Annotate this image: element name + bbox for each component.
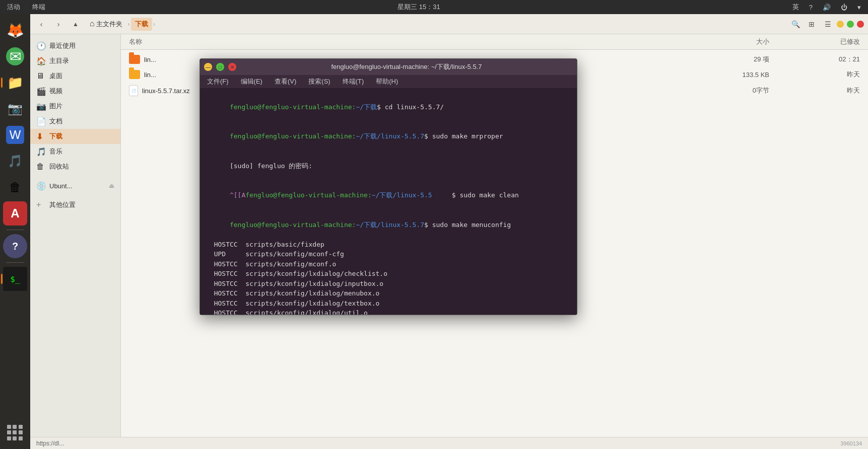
terminal-line: [sudo] fengluo 的密码:: [206, 151, 571, 181]
menu-search[interactable]: 搜索(S): [305, 76, 333, 87]
more-options-icon[interactable]: ▾: [854, 3, 864, 12]
home-icon: 🏠: [36, 56, 45, 65]
sidebar-item-home[interactable]: 🏠 主目录: [30, 53, 120, 68]
dock-item-files[interactable]: 📁: [3, 70, 27, 95]
sidebar-item-ubuntu[interactable]: 💿 Ubunt... ⏏: [30, 178, 120, 193]
sidebar-item-music[interactable]: 🎵 音乐: [30, 144, 120, 159]
dock-item-firefox[interactable]: 🦊: [3, 18, 27, 42]
eject-icon[interactable]: ⏏: [109, 182, 114, 189]
column-header-size[interactable]: 大小: [719, 37, 779, 46]
language-indicator[interactable]: 英: [789, 2, 802, 13]
documents-icon: 📄: [36, 117, 45, 126]
terminal-window: — □ ✕ fengluo@fengluo-virtual-machine: ~…: [199, 58, 577, 315]
terminal-cmd: $ sudo make mrproper: [424, 132, 503, 140]
power-icon[interactable]: ⏻: [838, 3, 850, 12]
dock-separator-2: [6, 262, 24, 263]
terminal-prompt: fengluo@fengluo-virtual-machine:: [230, 103, 356, 111]
terminal-minimize-button[interactable]: —: [204, 63, 212, 71]
terminal-line: ^[[Afengluo@fengluo-virtual-machine:~/下载…: [206, 181, 571, 210]
terminal-path: ~/下载: [356, 103, 377, 111]
back-button[interactable]: ‹: [34, 17, 48, 31]
terminal-path: ~/下载/linux-5.5.7: [356, 132, 424, 140]
dock-item-camera[interactable]: 📷: [3, 97, 27, 121]
terminal-line: HOSTCC scripts/kconfig/lxdialog/menubox.…: [206, 288, 571, 298]
top-panel: 活动 终端 星期三 15：31 英 ? 🔊 ⏻ ▾: [0, 0, 868, 14]
view-grid-button[interactable]: ⊞: [805, 17, 819, 31]
file-modified: 昨天: [779, 70, 860, 79]
status-bar: https://dl... 3960134: [30, 437, 868, 449]
video-icon: 🎬: [36, 87, 45, 96]
terminal-line: HOSTCC scripts/kconfig/mconf.o: [206, 259, 571, 269]
top-panel-right: 英 ? 🔊 ⏻ ▾: [789, 2, 864, 13]
terminal-line: HOSTCC scripts/kconfig/lxdialog/util.o: [206, 308, 571, 315]
sidebar-item-desktop[interactable]: 🖥 桌面: [30, 68, 120, 84]
accessibility-icon[interactable]: ?: [806, 3, 816, 12]
up-button[interactable]: ▲: [69, 17, 83, 31]
dock: 🦊 ✉ 📁 📷 W 🎵 🗑 A ? $_: [0, 14, 30, 449]
sidebar-item-other[interactable]: + 其他位置: [30, 197, 120, 212]
terminal-line: fengluo@fengluo-virtual-machine:~/下载/lin…: [206, 122, 571, 152]
terminal-menubar: 文件(F) 编辑(E) 查看(V) 搜索(S) 终端(T) 帮助(H): [200, 75, 577, 88]
file-size: 29 项: [719, 55, 779, 64]
window-controls: [837, 21, 864, 28]
breadcrumb: ⌂ 主文件夹 › 下载 ›: [86, 17, 155, 31]
dock-item-help[interactable]: ?: [3, 234, 27, 258]
menu-button[interactable]: ☰: [821, 17, 835, 31]
forward-button[interactable]: ›: [51, 17, 65, 31]
terminal-line: fengluo@fengluo-virtual-machine:~/下载/lin…: [206, 210, 571, 240]
dock-apps-button[interactable]: [3, 421, 27, 445]
sidebar-item-documents[interactable]: 📄 文档: [30, 114, 120, 129]
sidebar-label-video: 视频: [49, 87, 62, 96]
sidebar-label-music: 音乐: [49, 147, 62, 156]
column-header-name[interactable]: 名称: [129, 37, 719, 46]
sidebar-label-recent: 最近使用: [49, 41, 76, 50]
sidebar-item-trash[interactable]: 🗑 回收站: [30, 159, 120, 174]
menu-help[interactable]: 帮助(H): [373, 76, 401, 87]
column-header-modified[interactable]: 已修改: [779, 37, 860, 46]
terminal-close-button[interactable]: ✕: [228, 63, 236, 71]
dock-item-trash[interactable]: 🗑: [3, 175, 27, 199]
menu-edit[interactable]: 编辑(E): [238, 76, 265, 87]
sidebar-item-recent[interactable]: 🕐 最近使用: [30, 38, 120, 53]
terminal-line: HOSTCC scripts/kconfig/lxdialog/inputbox…: [206, 279, 571, 289]
dock-item-terminal[interactable]: $_: [3, 267, 27, 291]
activities-button[interactable]: 活动: [4, 2, 23, 13]
dock-item-music[interactable]: 🎵: [3, 149, 27, 173]
close-button[interactable]: [857, 21, 864, 28]
terminal-line: fengluo@fengluo-virtual-machine:~/下载$ cd…: [206, 92, 571, 122]
dock-item-docs[interactable]: W: [3, 123, 27, 147]
terminal-body[interactable]: fengluo@fengluo-virtual-machine:~/下载$ cd…: [200, 88, 577, 315]
downloads-icon: ⬇: [36, 132, 45, 141]
pid-text: 3960134: [840, 440, 862, 446]
maximize-button[interactable]: [847, 21, 854, 28]
sidebar-label-ubuntu: Ubunt...: [49, 182, 73, 190]
breadcrumb-downloads[interactable]: 下载: [131, 18, 152, 31]
sidebar-label-other: 其他位置: [49, 200, 76, 209]
terminal-prompt: fengluo@fengluo-virtual-machine:: [230, 132, 356, 140]
sidebar-item-pictures[interactable]: 📷 图片: [30, 99, 120, 114]
breadcrumb-home[interactable]: ⌂ 主文件夹: [86, 17, 126, 31]
file-size: 133.5 KB: [719, 71, 779, 79]
dock-item-font[interactable]: A: [3, 201, 27, 226]
menu-view[interactable]: 查看(V): [272, 76, 299, 87]
file-name: lin...: [144, 71, 156, 79]
datetime-display: 星期三 15：31: [397, 3, 440, 12]
dock-item-thunderbird[interactable]: ✉: [3, 44, 27, 68]
music-icon: 🎵: [36, 147, 45, 156]
sidebar-item-downloads[interactable]: ⬇ 下载: [30, 129, 120, 144]
terminal-cmd: $ cd linux-5.5.7/: [377, 103, 444, 111]
volume-icon[interactable]: 🔊: [820, 3, 834, 12]
other-icon: +: [36, 200, 45, 209]
terminal-cmd: $ sudo make menuconfig: [424, 221, 511, 229]
top-panel-center: 星期三 15：31: [397, 3, 440, 12]
status-text: https://dl...: [36, 440, 64, 447]
menu-file[interactable]: 文件(F): [204, 76, 232, 87]
terminal-maximize-button[interactable]: □: [216, 63, 224, 71]
sidebar-label-desktop: 桌面: [49, 71, 62, 81]
sidebar-item-video[interactable]: 🎬 视频: [30, 84, 120, 99]
minimize-button[interactable]: [837, 21, 844, 28]
menu-terminal[interactable]: 终端(T): [340, 76, 367, 87]
sidebar-label-pictures: 图片: [49, 102, 62, 111]
app-name[interactable]: 终端: [29, 2, 48, 13]
search-button[interactable]: 🔍: [788, 17, 803, 31]
